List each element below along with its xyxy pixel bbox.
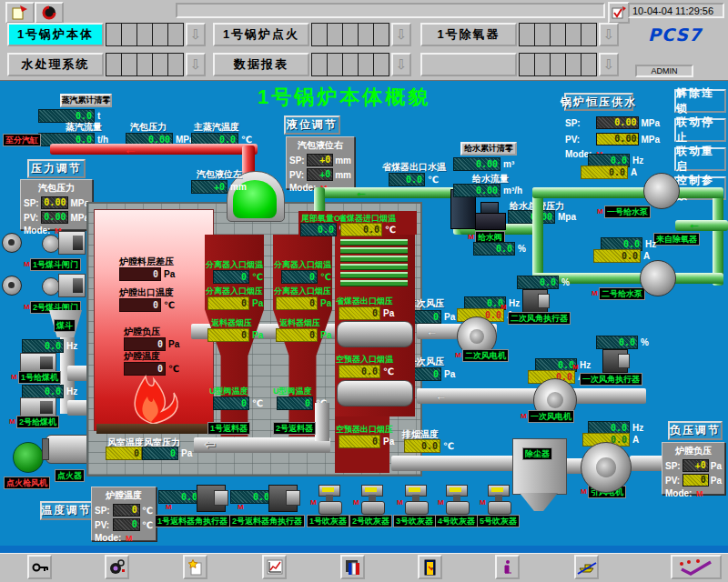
tab-slots[interactable] — [519, 53, 597, 76]
tab-slot[interactable] — [122, 53, 137, 76]
tab-slot[interactable] — [551, 23, 566, 46]
tab-slot[interactable] — [137, 53, 153, 76]
primary-air-fan-tag[interactable]: 一次风电机 — [528, 410, 574, 423]
feed-valve-body[interactable] — [475, 213, 506, 230]
signature-button[interactable] — [671, 555, 722, 579]
returner2-actuator[interactable] — [268, 485, 298, 512]
feed-pump2-tag[interactable]: 二号给水泵 — [599, 287, 645, 300]
tab-empty[interactable] — [420, 53, 517, 76]
dust-collector-tag[interactable]: 除尘器 — [522, 447, 552, 460]
tab-slot[interactable] — [374, 23, 389, 46]
pressure-control-button[interactable]: 压力调节 — [27, 159, 86, 178]
tab-slot[interactable] — [566, 23, 581, 46]
tab-slot[interactable] — [328, 23, 343, 46]
returner1-actuator[interactable] — [197, 485, 226, 512]
tab-boiler-body[interactable]: 1号锅炉本体 — [7, 23, 104, 46]
igniter-fan[interactable] — [13, 442, 44, 473]
tab-dropdown-button[interactable]: ⇩ — [186, 53, 206, 76]
unlock-interlock-button[interactable]: 解除连锁 — [674, 89, 726, 113]
panel-knob[interactable] — [2, 233, 22, 253]
login-button[interactable] — [27, 555, 52, 579]
returner1-tag[interactable]: 1号返料器 — [207, 422, 250, 435]
tab-slot[interactable] — [566, 53, 581, 76]
level-control-button[interactable]: 液位调节 — [284, 115, 340, 135]
feed-pump-2[interactable] — [640, 260, 676, 296]
exit-button[interactable] — [418, 555, 442, 579]
tab-slots[interactable] — [106, 23, 184, 46]
supply-pressure-button[interactable]: 锅炉恒压供水 — [564, 93, 633, 111]
panel-knob[interactable] — [2, 276, 22, 296]
coal-feeder2-motor[interactable] — [20, 397, 56, 417]
igniter-tag[interactable]: 点火器 — [55, 469, 85, 482]
tab-slot[interactable] — [122, 23, 137, 46]
tab-slot[interactable] — [153, 23, 168, 46]
feedwater-total-reset-button[interactable]: 给水累计清零 — [460, 142, 517, 156]
coal-gate1-tag[interactable]: 1号煤斗闸门 — [30, 258, 81, 271]
secondary-air-actuator-tag[interactable]: 二次风角执行器 — [508, 312, 571, 325]
new-picture-button[interactable] — [5, 2, 35, 24]
induced-draft-fan[interactable] — [581, 442, 632, 493]
tab-dropdown-button[interactable]: ⇩ — [391, 53, 411, 76]
tab-slots[interactable] — [106, 53, 184, 76]
sootblower1-tag[interactable]: 1号吹灰器 — [307, 515, 349, 527]
tab-slot[interactable] — [168, 23, 184, 46]
steam-total-reset-button[interactable]: 蒸汽累计清零 — [60, 94, 112, 107]
tab-dropdown-button[interactable]: ⇩ — [186, 23, 206, 46]
new-report-button[interactable] — [183, 555, 207, 579]
tab-slot[interactable] — [519, 53, 535, 76]
tab-slot[interactable] — [343, 53, 359, 76]
tab-dropdown-button[interactable]: ⇩ — [599, 23, 619, 46]
tab-slot[interactable] — [535, 53, 551, 76]
coal-feeder2-tag[interactable]: 2号给煤机 — [16, 416, 59, 428]
tab-slot[interactable] — [519, 23, 535, 46]
tab-water-treatment[interactable]: 水处理系统 — [7, 53, 104, 76]
linked-restart-button[interactable]: 联动重启 — [674, 147, 726, 171]
tab-slot[interactable] — [106, 53, 122, 76]
tab-slot[interactable] — [374, 53, 389, 76]
coal-feeder1-tag[interactable]: 1号给煤机 — [18, 371, 61, 384]
tab-slot[interactable] — [153, 53, 168, 76]
vacuum-control-button[interactable]: 负压调节 — [668, 421, 723, 440]
alarm-loop-button[interactable] — [105, 555, 129, 579]
tab-slot[interactable] — [581, 23, 597, 46]
tab-slot[interactable] — [328, 53, 343, 76]
tab-slot[interactable] — [311, 23, 328, 46]
tab-slot[interactable] — [359, 53, 374, 76]
temp-control-button[interactable]: 温度调节 — [40, 501, 93, 520]
tab-slots[interactable] — [311, 23, 389, 46]
tab-dropdown-button[interactable]: ⇩ — [391, 23, 411, 46]
returner2-tag[interactable]: 2号返料器 — [273, 422, 316, 435]
trend-button[interactable] — [262, 555, 287, 579]
sootblower3-tag[interactable]: 3号吹灰器 — [393, 515, 436, 527]
tab-slot[interactable] — [535, 23, 551, 46]
tab-deaerator[interactable]: 1号除氧器 — [420, 23, 517, 46]
tab-slots[interactable] — [519, 23, 597, 46]
tab-slot[interactable] — [168, 53, 184, 76]
tab-slot[interactable] — [311, 53, 328, 76]
linked-stop-button[interactable]: 联动停止 — [674, 118, 726, 142]
tab-slot[interactable] — [343, 23, 359, 46]
feed-pump1-tag[interactable]: 一号给水泵 — [604, 206, 651, 218]
logo-button[interactable] — [35, 2, 64, 24]
coal-feeder1-motor[interactable] — [20, 353, 56, 373]
secondary-air-fan-tag[interactable]: 二次风电机 — [462, 349, 509, 362]
tab-data-report[interactable]: 数据报表 — [213, 53, 309, 76]
igniter-fan-tag[interactable]: 点火枪风机 — [4, 477, 50, 489]
primary-air-actuator-tag[interactable]: 一次风角执行器 — [580, 373, 642, 386]
gate2-valve[interactable] — [58, 274, 86, 297]
sootblower5-tag[interactable]: 5号吹灰器 — [477, 515, 520, 527]
tab-slot[interactable] — [137, 23, 153, 46]
ship-view-button[interactable] — [574, 555, 599, 579]
returner2-actuator-tag[interactable]: 2号返料器角执行器 — [229, 515, 305, 527]
sootblower2-tag[interactable]: 2号吹灰器 — [349, 515, 392, 527]
primary-air-actuator[interactable] — [602, 349, 628, 373]
tab-dropdown-button[interactable]: ⇩ — [599, 53, 619, 76]
tab-slots[interactable] — [311, 53, 389, 76]
secondary-air-actuator[interactable] — [522, 289, 548, 313]
sootblower4-tag[interactable]: 4号吹灰器 — [435, 515, 478, 527]
returner1-actuator-tag[interactable]: 1号返料器角执行器 — [155, 515, 230, 527]
tab-slot[interactable] — [581, 53, 597, 76]
tab-boiler-ignition[interactable]: 1号锅炉点火 — [213, 23, 309, 46]
feed-pump-1[interactable] — [643, 173, 680, 209]
tab-slot[interactable] — [106, 23, 122, 46]
